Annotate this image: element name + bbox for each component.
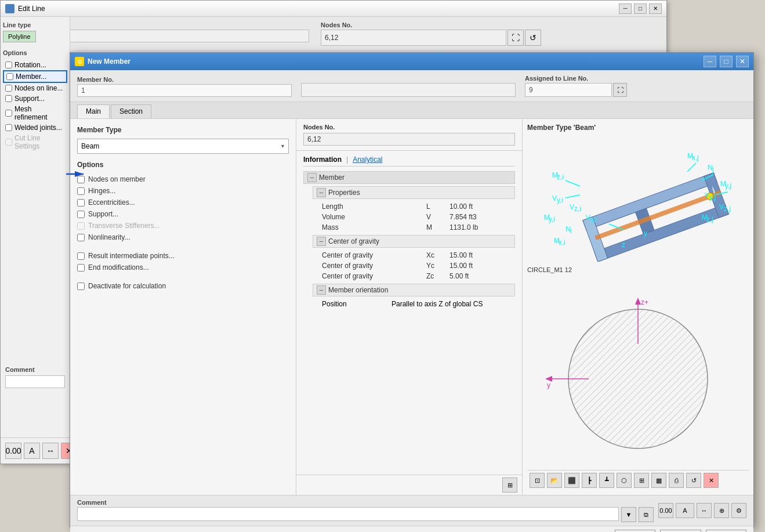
orient-label: Member orientation	[328, 286, 388, 294]
tab-section[interactable]: Section	[111, 104, 151, 118]
rt-btn-2[interactable]: 📂	[547, 473, 562, 488]
opt-end-mod[interactable]: End modifications...	[77, 262, 289, 273]
rt-btn-1[interactable]: ⊡	[530, 473, 545, 488]
nodes-pick-btn[interactable]: ⛶	[507, 30, 524, 46]
info-tool-btn[interactable]: ⊞	[502, 477, 517, 493]
apply-button[interactable]: Apply	[706, 530, 746, 532]
opt-end-mod-checkbox[interactable]	[77, 264, 85, 272]
comment-expand-btn[interactable]: ▼	[621, 507, 636, 522]
dialog-tabs: Main Section	[70, 102, 753, 119]
cut-line-label: Cut Line Settings	[14, 134, 65, 150]
middle-field	[301, 83, 516, 97]
comment-input[interactable]	[5, 375, 65, 388]
opt-nodes-on-member[interactable]: Nodes on member	[77, 173, 289, 185]
support-option[interactable]: Support...	[3, 93, 67, 104]
opt-support-checkbox[interactable]	[77, 211, 85, 218]
rt-btn-11[interactable]: ✕	[704, 473, 719, 488]
opt-eccentric-checkbox[interactable]	[77, 199, 85, 207]
opt-deactivate-checkbox[interactable]	[77, 283, 85, 290]
rt-btn-6[interactable]: ⬡	[617, 473, 632, 488]
opt-result-pts[interactable]: Result intermediate points...	[77, 250, 289, 262]
opt-result-label: Result intermediate points...	[88, 252, 175, 260]
nodes-no-input[interactable]	[321, 30, 506, 46]
welded-checkbox[interactable]	[5, 124, 12, 131]
tool-btn-1[interactable]: 0.00	[5, 443, 21, 459]
member-checkbox[interactable]	[6, 73, 13, 80]
member-toggle[interactable]: ─	[307, 173, 317, 182]
rt-btn-9[interactable]: ⎙	[669, 473, 684, 488]
rt-btn-10[interactable]: ↺	[686, 473, 701, 488]
member-type-select[interactable]: Beam Truss Rib Cable	[77, 139, 289, 154]
comment-row: Comment ▼ ⧉ 0.00 A ↔ ⊕ ⚙	[77, 499, 746, 522]
bottom-tool-2[interactable]: A	[676, 503, 694, 518]
ok-button[interactable]: OK	[615, 530, 655, 532]
info-tab-information[interactable]: Information	[303, 155, 342, 164]
tool-btn-3[interactable]: ↔	[42, 443, 59, 459]
nodes-on-line-option[interactable]: Nodes on line...	[3, 83, 67, 93]
cog-group: ─ Center of gravity Center of gravity Xc…	[313, 235, 515, 281]
cancel-button[interactable]: Cancel	[660, 530, 701, 532]
props-toggle[interactable]: ─	[317, 188, 326, 197]
rt-btn-3[interactable]: ⬛	[564, 473, 579, 488]
opt-support[interactable]: Support...	[77, 208, 289, 220]
opt-nonlin-checkbox[interactable]	[77, 234, 85, 241]
support-checkbox[interactable]	[5, 95, 12, 102]
tab-main[interactable]: Main	[77, 104, 110, 118]
info-tab-analytical[interactable]: Analytical	[353, 155, 382, 164]
properties-group: ─ Properties Length L 10.00 ft Volume	[313, 186, 515, 233]
cog-xc: Center of gravity Xc 15.00 ft	[322, 250, 515, 260]
opt-hinges[interactable]: Hinges...	[77, 185, 289, 197]
nodes-on-line-checkbox[interactable]	[5, 85, 12, 92]
dialog-comment-input[interactable]	[77, 507, 619, 521]
nodes-no-section-label: Nodes No.	[303, 124, 515, 131]
member-no-label: Member No.	[77, 76, 292, 83]
minimize-button[interactable]: ─	[619, 3, 632, 14]
rt-btn-4[interactable]: ┣	[582, 473, 597, 488]
bottom-tool-4[interactable]: ⊕	[714, 503, 729, 518]
cog-toggle[interactable]: ─	[317, 237, 326, 246]
cut-line-option: Cut Line Settings	[3, 133, 67, 151]
maximize-button[interactable]: □	[634, 3, 647, 14]
svg-text:V: V	[586, 213, 590, 222]
opt-eccentricities[interactable]: Eccentricities...	[77, 197, 289, 208]
dialog-close-btn[interactable]: ✕	[736, 56, 749, 67]
bottom-tool-3[interactable]: ↔	[697, 503, 712, 518]
tool-btn-2[interactable]: A	[24, 443, 40, 459]
assigned-line-input[interactable]	[525, 83, 612, 97]
opt-deactivate[interactable]: Deactivate for calculation	[77, 280, 289, 292]
svg-text:z+: z+	[641, 298, 648, 306]
nodes-refresh-btn[interactable]: ↺	[525, 30, 541, 46]
polyline-btn[interactable]: Polyline	[3, 31, 36, 42]
properties-header: ─ Properties	[313, 186, 515, 199]
mesh-label: Mesh refinement	[14, 105, 65, 121]
svg-text:z,j: z,j	[706, 215, 713, 223]
assigned-pick-btn[interactable]: ⛶	[613, 83, 627, 97]
svg-text:z,j: z,j	[724, 205, 731, 213]
welded-option[interactable]: Welded joints...	[3, 122, 67, 133]
member-no-input[interactable]	[77, 84, 292, 97]
rotation-option[interactable]: Rotation...	[3, 60, 67, 70]
mesh-checkbox[interactable]	[5, 110, 12, 117]
member-type-row: Beam Truss Rib Cable	[77, 139, 289, 154]
opt-nonlin-label: Nonlinearity...	[88, 233, 130, 241]
opt-result-checkbox[interactable]	[77, 252, 85, 260]
member-type-title: Member Type	[77, 126, 289, 134]
member-option[interactable]: Member...	[3, 70, 67, 83]
dialog-maximize-btn[interactable]: □	[720, 56, 733, 67]
orient-toggle[interactable]: ─	[317, 285, 326, 295]
rt-btn-7[interactable]: ⊞	[634, 473, 649, 488]
close-button[interactable]: ✕	[649, 3, 662, 14]
dialog-minimize-btn[interactable]: ─	[704, 56, 716, 67]
opt-hinges-checkbox[interactable]	[77, 187, 85, 195]
rt-btn-5[interactable]: ┻	[599, 473, 614, 488]
bottom-tool-1[interactable]: 0.00	[658, 503, 673, 518]
rotation-checkbox[interactable]	[5, 61, 12, 68]
nodes-no-section-input[interactable]	[303, 133, 515, 146]
opt-nonlinearity[interactable]: Nonlinearity...	[77, 231, 289, 243]
opt-nodes-label: Nodes on member	[88, 175, 146, 183]
mesh-option[interactable]: Mesh refinement	[3, 104, 67, 122]
line-type-section: Line type Polyline	[3, 21, 67, 42]
rt-btn-8[interactable]: ▦	[651, 473, 666, 488]
comment-copy-btn[interactable]: ⧉	[639, 507, 654, 522]
bottom-tool-5[interactable]: ⚙	[731, 503, 746, 518]
